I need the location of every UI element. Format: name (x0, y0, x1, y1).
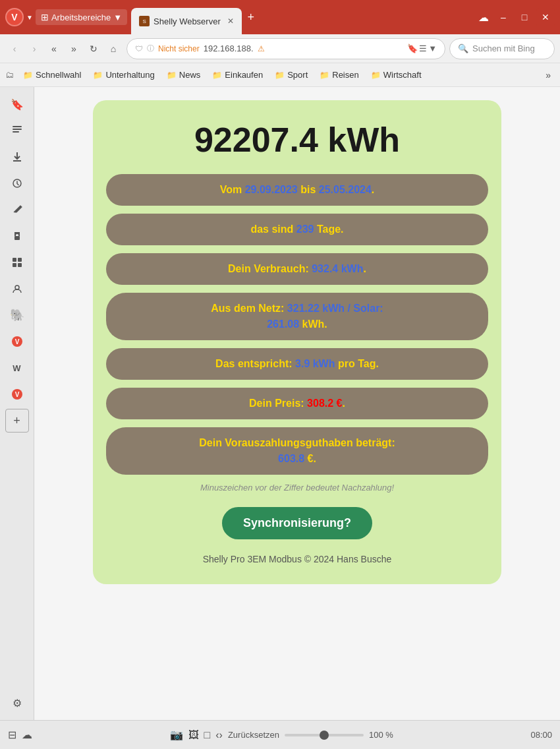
security-label: Nicht sicher (158, 44, 200, 53)
svg-rect-0 (13, 126, 22, 127)
window-controls: ☁ – □ ✕ (478, 8, 555, 26)
sidebar-settings-icon[interactable]: ⚙ (5, 691, 29, 715)
bookmark-sport[interactable]: 📁 Sport (269, 68, 313, 82)
tab-title: Shelly Webserver (154, 16, 221, 26)
sync-button[interactable]: Synchronisierung? (222, 507, 372, 539)
bar-verbrauch-label: Dein Verbrauch: (228, 263, 312, 274)
sidebar-download-icon[interactable] (5, 145, 29, 169)
reader-view-icon[interactable]: ☰ (419, 44, 427, 53)
bookmark-unterhaltung[interactable]: 📁 Unterhaltung (88, 68, 159, 82)
preis-bar: Dein Preis: 308.2 €. (106, 388, 488, 419)
main-layout: 🔖 (0, 87, 560, 720)
camera-icon[interactable]: 📷 (170, 729, 183, 741)
main-energy-value: 92207.4 kWh (194, 120, 400, 160)
bar-guthaben-suffix: €. (304, 453, 316, 464)
bookmark-wirtschaft[interactable]: 📁 Wirtschaft (366, 68, 427, 82)
bar-verbrauch-value: 932.4 kWh (312, 263, 363, 274)
netz-solar-bar: Aus dem Netz: 321.22 kWh / Solar: 261.08… (106, 293, 488, 340)
image-icon[interactable]: 🖼 (188, 729, 199, 741)
history-back-button[interactable]: « (45, 40, 63, 58)
workspaces-button[interactable]: ⊞ Arbeitsbereiche ▼ (36, 9, 127, 25)
forward-button[interactable]: › (25, 40, 43, 58)
cloud-status-icon[interactable]: ☁ (22, 729, 32, 741)
bar-preis-value: 308.2 € (307, 398, 342, 409)
svg-point-9 (15, 285, 19, 289)
bar-daily-suffix: pro Tag. (335, 358, 379, 369)
info-icon: ⓘ (147, 44, 154, 53)
close-button[interactable]: ✕ (536, 8, 555, 26)
zoom-reset-label[interactable]: Zurücksetzen (228, 730, 279, 740)
sidebar-mastodon-icon[interactable]: 🐘 (5, 303, 29, 327)
folder-icon: 📁 (212, 71, 222, 80)
sidebar-add-panel-icon[interactable]: + (5, 409, 29, 433)
folder-icon: 📁 (275, 71, 285, 80)
sidebar-grid-icon[interactable] (5, 251, 29, 274)
svg-rect-4 (14, 236, 20, 240)
verbrauch-bar: Dein Verbrauch: 932.4 kWh. (106, 253, 488, 285)
bar-days-value: 239 (296, 224, 314, 235)
sidebar-reader-icon[interactable] (5, 119, 29, 142)
bar-preis-label: Dein Preis: (249, 398, 307, 409)
active-tab[interactable]: S Shelly Webserver ✕ (131, 8, 242, 34)
sidebar-wikipedia-icon[interactable]: W (5, 356, 29, 380)
sidebar-vivaldi2-icon[interactable]: V (5, 382, 29, 406)
maximize-button[interactable]: □ (515, 8, 534, 26)
bar-preis-dot: . (342, 398, 345, 409)
address-url: 192.168.188. (204, 44, 254, 53)
status-bar: ⊟ ☁ 📷 🖼 □ ‹› Zurücksetzen 100 % 08:00 (0, 720, 560, 749)
svg-rect-7 (13, 263, 16, 267)
guthaben-bar: Dein Vorauszahlungsguthaben beträgt: 603… (106, 427, 488, 475)
folder-icon: 📁 (167, 71, 177, 80)
new-tab-button[interactable]: + (242, 8, 260, 26)
clock: 08:00 (530, 730, 552, 740)
home-button[interactable]: ⌂ (104, 40, 123, 58)
bar-solar-value: 261.08 (267, 318, 299, 330)
bookmark-reisen[interactable]: 📁 Reisen (314, 68, 364, 82)
bookmarks-more-button[interactable]: » (542, 68, 555, 82)
history-forward-button[interactable]: » (65, 40, 83, 58)
warning-icon: ⚠ (258, 44, 265, 53)
bookmark-news[interactable]: 📁 News (161, 68, 206, 82)
tab-favicon: S (139, 16, 150, 26)
folder-icon: 📁 (320, 71, 329, 80)
tab-close-icon[interactable]: ✕ (227, 16, 234, 26)
content-area: 92207.4 kWh Vom 29.09.2023 bis 25.05.202… (34, 87, 560, 720)
bookmark-add-icon[interactable]: 🔖 (407, 44, 418, 53)
sidebar-bookmark-icon[interactable]: 🔖 (5, 92, 29, 116)
bookmark-einkaufen[interactable]: 📁 Einkaufen (207, 68, 268, 82)
vivaldi-logo[interactable]: V (5, 8, 24, 26)
search-icon: 🔍 (458, 44, 468, 53)
footer-text: Shelly Pro 3EM Modbus © 2024 Hans Busche (203, 554, 392, 564)
zoom-slider[interactable] (285, 734, 364, 736)
search-bar[interactable]: 🔍 Suchen mit Bing (449, 38, 555, 59)
sidebar-notes-icon[interactable] (5, 198, 29, 222)
bar-solar-suffix: kWh. (299, 318, 327, 330)
sidebar-contacts-icon[interactable] (5, 277, 29, 301)
address-bar[interactable]: 🛡 ⓘ Nicht sicher 192.168.188. ⚠ 🔖 ☰ ▼ (126, 38, 445, 59)
cloud-icon[interactable]: ☁ (478, 11, 489, 24)
svg-rect-5 (13, 258, 16, 262)
back-button[interactable]: ‹ (5, 40, 24, 58)
app-controls: V ▼ ⊞ Arbeitsbereiche ▼ (5, 8, 127, 26)
code-icon[interactable]: ‹› (215, 729, 223, 741)
minimize-button[interactable]: – (494, 8, 513, 26)
svg-rect-6 (18, 258, 22, 262)
sidebar-history-icon[interactable] (5, 171, 29, 195)
bar-daily-value: 3.9 kWh (295, 358, 335, 369)
window-icon[interactable]: □ (204, 729, 211, 741)
bar-verbrauch-dot: . (363, 263, 366, 274)
sidebar-vivaldi-icon[interactable]: V (5, 330, 29, 353)
address-dropdown-icon[interactable]: ▼ (428, 44, 437, 53)
bar-netz-label: Aus dem Netz: (211, 303, 287, 314)
title-bar: V ▼ ⊞ Arbeitsbereiche ▼ S Shelly Webserv… (0, 0, 560, 34)
reload-button[interactable]: ↻ (84, 40, 103, 58)
svg-rect-8 (18, 263, 22, 267)
sidebar-extensions-icon[interactable] (5, 224, 29, 248)
bookmarks-bar-icon: 🗂 (5, 70, 14, 80)
tab-strip-icon[interactable]: ⊟ (8, 729, 16, 741)
slider-track (285, 734, 364, 736)
bookmark-schnellwahl[interactable]: 📁 Schnellwahl (18, 68, 86, 82)
bar-text-bis: bis (298, 184, 319, 195)
app-dropdown-arrow[interactable]: ▼ (26, 14, 33, 21)
svg-text:V: V (14, 391, 19, 398)
